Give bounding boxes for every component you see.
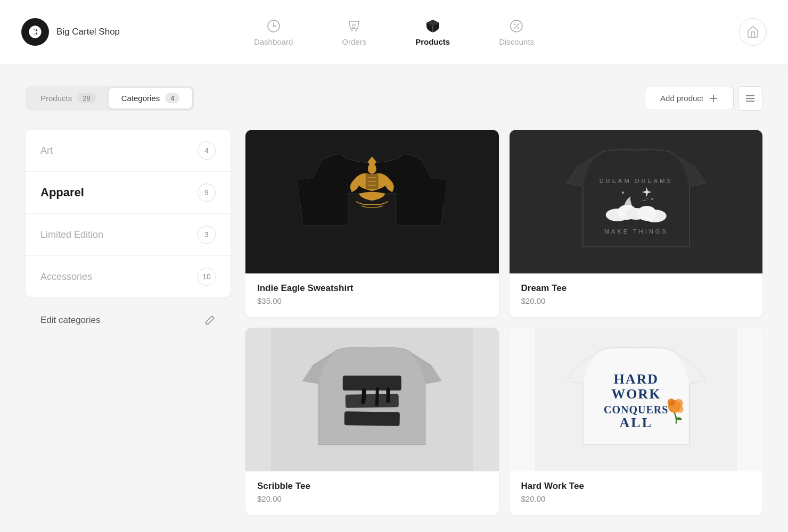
tab-products[interactable]: Products 28 [28, 88, 109, 109]
svg-text:DREAM DREAMS: DREAM DREAMS [599, 178, 672, 184]
add-product-button[interactable]: Add product [645, 87, 734, 110]
tab-products-badge: 28 [77, 93, 95, 103]
products-icon [425, 18, 441, 34]
svg-text:MAKE THINGS: MAKE THINGS [604, 228, 668, 235]
product-image-hardwork: HARD WORK CONQUERS ALL [510, 328, 763, 471]
svg-point-21 [651, 198, 653, 200]
category-item-apparel[interactable]: Apparel 9 [26, 172, 231, 214]
products-grid: Indie Eagle Sweatshirt $35.00 DREAM [245, 130, 762, 515]
svg-text:HARD: HARD [613, 371, 659, 387]
svg-rect-29 [343, 376, 401, 390]
category-item-art[interactable]: Art 4 [26, 130, 231, 172]
svg-point-6 [518, 27, 519, 29]
product-price-sweatshirt: $35.00 [257, 296, 487, 305]
product-card-hard-work[interactable]: HARD WORK CONQUERS ALL [510, 328, 763, 515]
tab-categories-badge: 4 [165, 93, 179, 103]
dashboard-icon [266, 18, 282, 34]
orders-icon [346, 18, 362, 34]
list-view-icon [745, 93, 756, 104]
svg-point-40 [676, 405, 683, 413]
store-icon [746, 26, 759, 38]
product-name-sweatshirt: Indie Eagle Sweatshirt [257, 283, 487, 294]
header: Big Cartel Shop Dashboard [0, 0, 788, 64]
tab-products-label: Products [40, 94, 72, 103]
product-price-dream-tee: $20.00 [521, 296, 751, 305]
category-apparel-count: 9 [198, 184, 216, 202]
nav-item-products[interactable]: Products [391, 18, 474, 46]
plus-icon [709, 94, 718, 103]
product-name-scribble-tee: Scribble Tee [257, 481, 487, 492]
category-limited-edition-count: 3 [198, 226, 216, 244]
svg-text:CONQUERS: CONQUERS [604, 404, 668, 415]
page-content: Products 28 Categories 4 Add product [0, 64, 788, 532]
category-art-count: 4 [198, 142, 216, 160]
brand-icon [28, 24, 43, 39]
main-layout: Art 4 Apparel 9 Limited Edition 3 Access… [26, 130, 762, 515]
tab-categories-label: Categories [121, 94, 160, 103]
tab-categories[interactable]: Categories 4 [109, 88, 193, 109]
category-apparel-label: Apparel [40, 186, 84, 200]
products-label: Products [415, 37, 450, 46]
product-image-dream-tee: DREAM DREAMS [510, 130, 763, 273]
svg-point-26 [637, 206, 656, 221]
product-card-scribble-tee[interactable]: Scribble Tee $20.00 [245, 328, 499, 515]
brand: Big Cartel Shop [21, 18, 120, 46]
svg-point-1 [273, 25, 274, 27]
product-info-dream-tee: Dream Tee $20.00 [510, 273, 763, 317]
category-item-accessories[interactable]: Accessories 10 [26, 256, 231, 297]
edit-icon [204, 314, 216, 326]
category-accessories-count: 10 [198, 268, 216, 286]
svg-text:ALL: ALL [619, 415, 652, 430]
brand-logo[interactable] [21, 18, 49, 46]
category-limited-edition-label: Limited Edition [40, 229, 103, 240]
svg-point-2 [351, 29, 353, 31]
product-price-hard-work: $20.00 [521, 494, 751, 503]
svg-rect-31 [344, 411, 400, 426]
edit-categories-label: Edit categories [40, 315, 100, 326]
product-card-indie-eagle[interactable]: Indie Eagle Sweatshirt $35.00 [245, 130, 499, 317]
sidebar: Art 4 Apparel 9 Limited Edition 3 Access… [26, 130, 231, 515]
discounts-label: Discounts [499, 37, 534, 46]
tabs-row: Products 28 Categories 4 Add product [26, 86, 762, 111]
product-name-dream-tee: Dream Tee [521, 283, 751, 294]
dashboard-label: Dashboard [254, 37, 293, 46]
categories-card: Art 4 Apparel 9 Limited Edition 3 Access… [26, 130, 231, 297]
svg-text:WORK: WORK [611, 386, 661, 402]
orders-label: Orders [342, 37, 366, 46]
brand-name: Big Cartel Shop [56, 27, 120, 37]
product-info-sweatshirt: Indie Eagle Sweatshirt $35.00 [245, 273, 499, 317]
main-nav: Dashboard Orders [229, 18, 559, 46]
category-item-limited-edition[interactable]: Limited Edition 3 [26, 214, 231, 256]
svg-point-13 [368, 163, 376, 174]
edit-categories-button[interactable]: Edit categories [26, 303, 231, 338]
category-accessories-label: Accessories [40, 271, 92, 282]
svg-point-20 [621, 192, 623, 194]
nav-item-orders[interactable]: Orders [317, 18, 391, 46]
svg-rect-30 [346, 394, 399, 408]
svg-point-3 [356, 29, 357, 31]
svg-point-5 [514, 23, 515, 25]
list-view-button[interactable] [738, 86, 762, 111]
product-image-scribble [245, 328, 499, 471]
product-info-scribble-tee: Scribble Tee $20.00 [245, 471, 499, 515]
product-info-hard-work: Hard Work Tee $20.00 [510, 471, 763, 515]
product-card-dream-tee[interactable]: DREAM DREAMS [510, 130, 763, 317]
product-name-hard-work: Hard Work Tee [521, 481, 751, 492]
product-price-scribble-tee: $20.00 [257, 494, 487, 503]
nav-item-discounts[interactable]: Discounts [474, 18, 559, 46]
product-image-sweatshirt [245, 130, 499, 273]
discounts-icon [508, 18, 524, 34]
nav-item-dashboard[interactable]: Dashboard [229, 18, 317, 46]
add-product-label: Add product [660, 94, 703, 103]
tabs: Products 28 Categories 4 [26, 86, 194, 111]
svg-point-39 [667, 398, 675, 406]
category-art-label: Art [40, 145, 53, 156]
store-button[interactable] [739, 18, 767, 46]
toolbar-right: Add product [645, 86, 762, 111]
